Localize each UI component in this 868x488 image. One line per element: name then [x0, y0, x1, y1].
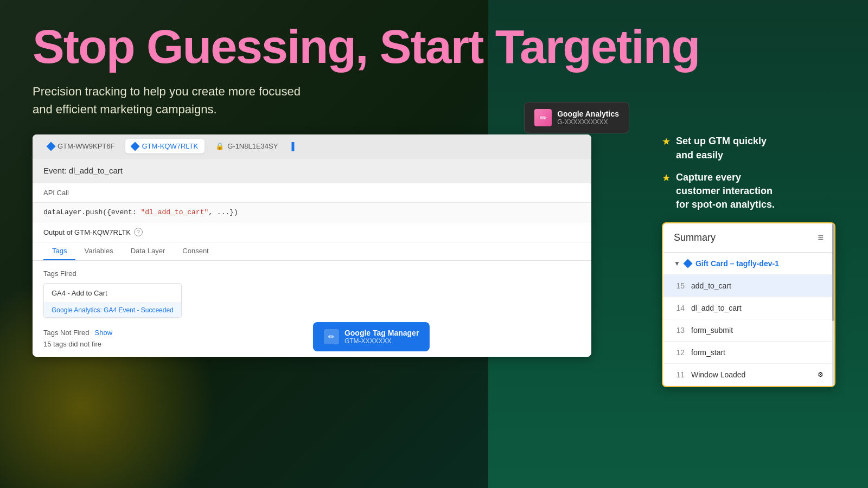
gtm-panel: GTM-WW9KPT6F GTM-KQW7RLTK 🔒 G-1N8L1E34SY…: [33, 134, 591, 357]
subtab-tags[interactable]: Tags: [43, 242, 75, 260]
item-name-4: form_start: [691, 348, 725, 357]
api-call-row: API Call: [33, 183, 591, 203]
tag-status: Google Analytics: GA4 Event - Succeeded: [44, 303, 181, 317]
event-header: Event: dl_add_to_cart: [33, 158, 591, 183]
chart-icon: ▐: [289, 142, 294, 151]
gtm-badge-icon: ✏: [324, 329, 339, 344]
chevron-down-icon: ▼: [674, 260, 680, 267]
tab-bar: GTM-WW9KPT6F GTM-KQW7RLTK 🔒 G-1N8L1E34SY…: [33, 134, 591, 158]
summary-title: Summary: [674, 232, 716, 243]
code-prefix: dataLayer.push({event:: [43, 208, 141, 216]
summary-group: ▼ Gift Card – tagfly-dev-1 15 add_to_car…: [663, 253, 834, 386]
feature-item-1: ★ Set up GTM quicklyand easily: [662, 134, 835, 162]
right-sidebar: ★ Set up GTM quicklyand easily ★ Capture…: [640, 134, 835, 387]
hero-subtitle: Precision tracking to help you create mo…: [33, 82, 358, 118]
diamond-icon-2: [131, 142, 140, 151]
gtm-badge-id: GTM-XXXXXXX: [344, 337, 419, 345]
code-suffix: , ...}): [208, 208, 238, 216]
item-number-1: 15: [674, 281, 685, 290]
item-name-1: add_to_cart: [691, 281, 731, 290]
tags-not-fired-row: Tags Not Fired Show: [43, 329, 580, 337]
star-icon-1: ★: [662, 136, 671, 147]
gtm-badge: ✏ Google Tag Manager GTM-XXXXXXX: [313, 322, 430, 351]
item-number-2: 14: [674, 304, 685, 312]
tags-count-text: 15 tags did not fire: [43, 340, 580, 348]
output-header: Output of GTM-KQW7RLTK ?: [33, 222, 591, 242]
tab-ga[interactable]: 🔒 G-1N8L1E34SY: [209, 139, 284, 153]
inner-panel: API Call dataLayer.push({event: "dl_add_…: [33, 183, 591, 357]
ga-badge-text: Google Analytics G-XXXXXXXXXX: [557, 110, 619, 126]
scroll-thumb: [832, 223, 834, 321]
tag-card: GA4 - Add to Cart Google Analytics: GA4 …: [43, 283, 182, 318]
item-name-3: form_submit: [691, 326, 733, 335]
code-row: dataLayer.push({event: "dl_add_to_cart",…: [33, 203, 591, 222]
subtab-consent[interactable]: Consent: [174, 242, 217, 260]
summary-item-4[interactable]: 12 form_start: [663, 342, 834, 364]
filter-icon[interactable]: ≡: [818, 232, 824, 243]
ga-badge-title: Google Analytics: [557, 110, 619, 118]
item-number-4: 12: [674, 348, 685, 357]
star-icon-2: ★: [662, 172, 671, 184]
hero-title: Stop Guessing, Start Targeting: [33, 22, 835, 72]
feature-text-2: Capture everycustomer interactionfor spo…: [676, 171, 775, 212]
feature-text-1: Set up GTM quicklyand easily: [676, 134, 767, 162]
tab-ga-label: G-1N8L1E34SY: [227, 142, 278, 150]
subtab-datalayer[interactable]: Data Layer: [122, 242, 174, 260]
tab-gtm1[interactable]: GTM-WW9KPT6F: [41, 139, 121, 153]
tab-gtm2-label: GTM-KQW7RLTK: [142, 142, 198, 150]
summary-item-2[interactable]: 14 dl_add_to_cart: [663, 297, 834, 319]
summary-header: Summary ≡: [663, 223, 834, 253]
item-name-5: Window Loaded: [691, 370, 745, 379]
settings-icon: ⚙: [818, 371, 824, 378]
ga-badge: ✏ Google Analytics G-XXXXXXXXXX: [524, 102, 629, 133]
item-name-2: dl_add_to_cart: [691, 304, 742, 312]
tab-gtm2[interactable]: GTM-KQW7RLTK: [125, 139, 205, 153]
feature-item-2: ★ Capture everycustomer interactionfor s…: [662, 171, 835, 212]
summary-panel: Summary ≡ ▼ Gift Card – tagfly-dev-1 15 …: [662, 222, 835, 387]
info-icon[interactable]: ?: [134, 228, 143, 236]
item-number-5: 11: [674, 370, 685, 379]
subtab-variables[interactable]: Variables: [75, 242, 122, 260]
tags-section: Tags Fired GA4 - Add to Cart Google Anal…: [33, 261, 591, 357]
feature-list: ★ Set up GTM quicklyand easily ★ Capture…: [662, 134, 835, 211]
sub-tab-bar: Tags Variables Data Layer Consent: [33, 242, 591, 261]
tab-gtm1-label: GTM-WW9KPT6F: [58, 142, 114, 150]
summary-group-header: ▼ Gift Card – tagfly-dev-1: [663, 253, 834, 275]
ga-badge-icon: ✏: [534, 109, 552, 126]
code-string: "dl_add_to_cart": [141, 208, 208, 216]
gtm-badge-title: Google Tag Manager: [344, 329, 419, 337]
summary-item-5[interactable]: 11 Window Loaded ⚙: [663, 364, 834, 386]
lock-icon: 🔒: [215, 142, 224, 150]
item-number-3: 13: [674, 326, 685, 335]
summary-item-3[interactable]: 13 form_submit: [663, 319, 834, 342]
output-label: Output of GTM-KQW7RLTK: [43, 228, 131, 236]
tags-fired-label: Tags Fired: [43, 269, 580, 278]
ga-badge-id: G-XXXXXXXXXX: [557, 118, 619, 126]
summary-item-1[interactable]: 15 add_to_cart: [663, 275, 834, 297]
tags-not-fired-label: Tags Not Fired: [43, 329, 90, 337]
scroll-track: [832, 223, 834, 386]
group-diamond-icon: [683, 259, 692, 268]
group-name: Gift Card – tagfly-dev-1: [695, 259, 779, 268]
gtm-badge-text: Google Tag Manager GTM-XXXXXXX: [344, 329, 419, 345]
show-link[interactable]: Show: [95, 329, 113, 337]
diamond-icon-1: [47, 142, 56, 151]
tag-name: GA4 - Add to Cart: [44, 284, 181, 303]
